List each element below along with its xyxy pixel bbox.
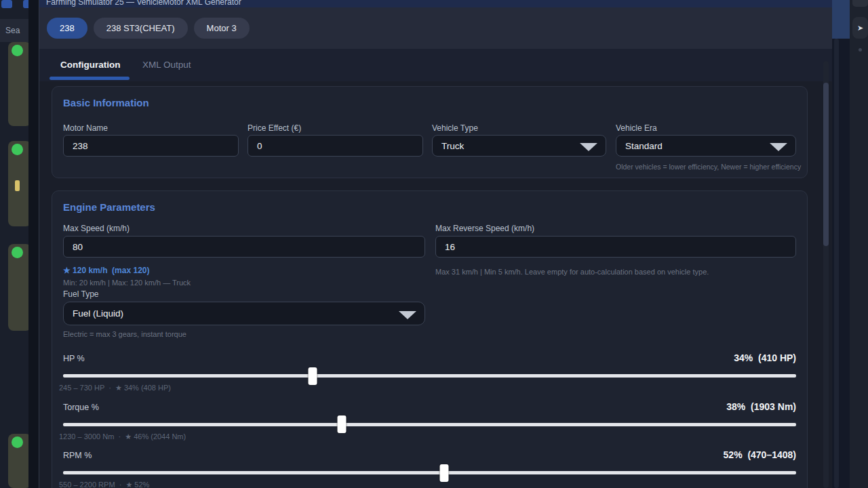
tool-icon	[15, 180, 20, 191]
max-reverse-speed-label: Max Reverse Speed (km/h)	[435, 224, 534, 233]
slider-thumb[interactable]	[440, 464, 449, 482]
vehicle-era-hint: Older vehicles = lower efficiency, Newer…	[616, 163, 801, 171]
modal-titlebar: Farming Simulator 25 — VehicleMotor XML …	[39, 0, 832, 7]
slider-track[interactable]	[63, 471, 796, 474]
desktop-background: Sea ➤ Farming Simulator 25 — VehicleMot	[0, 0, 868, 488]
status-dot-icon	[12, 45, 23, 56]
modal-shadow	[28, 0, 39, 488]
background-list-item[interactable]	[8, 244, 31, 331]
motor-tab-label: 238 ST3(CHEAT)	[106, 23, 175, 33]
page-scrollbar-track	[834, 39, 839, 488]
slider-thumb[interactable]	[337, 415, 346, 433]
vehicle-type-label: Vehicle Type	[432, 123, 478, 133]
chevron-down-icon	[580, 143, 597, 151]
price-effect-input[interactable]	[248, 135, 423, 157]
motor-name-input[interactable]	[63, 135, 239, 157]
motor-tab-238[interactable]: 238	[47, 18, 87, 39]
slider-track[interactable]	[63, 374, 796, 378]
slider-track[interactable]	[63, 423, 796, 426]
background-list-item[interactable]	[8, 434, 31, 488]
fuel-type-select[interactable]: Fuel (Liquid)	[63, 302, 425, 325]
fuel-type-value: Fuel (Liquid)	[73, 308, 123, 319]
motor-tab-label: Motor 3	[207, 23, 237, 33]
motor-tab-label: 238	[60, 23, 75, 33]
background-top-button[interactable]	[852, 0, 868, 7]
slider-note: 550 – 2200 RPM · ★ 52%	[59, 481, 149, 488]
section-heading: Basic Information	[63, 97, 149, 108]
slider-thumb[interactable]	[308, 367, 317, 385]
max-speed-input[interactable]	[63, 236, 425, 258]
motor-name-label: Motor Name	[63, 123, 108, 133]
motor-tab-motor-3[interactable]: Motor 3	[194, 18, 250, 39]
vehicle-era-value: Standard	[625, 141, 663, 151]
search-label: Sea	[5, 26, 20, 35]
sliders: HP % 34% (410 HP) 245 – 730 HP · ★ 34% (…	[63, 354, 796, 488]
vehicle-era-select[interactable]: Standard	[616, 135, 796, 157]
max-speed-label: Max Speed (km/h)	[63, 224, 130, 233]
slider-row: HP % 34% (410 HP) 245 – 730 HP · ★ 34% (…	[63, 354, 796, 403]
vehiclemotor-generator-modal: Farming Simulator 25 — VehicleMotor XML …	[39, 0, 832, 488]
basic-information-section: Basic Information Motor Name Price Effec…	[52, 86, 808, 178]
vehicle-type-value: Truck	[441, 141, 464, 151]
chevron-down-icon	[399, 311, 416, 319]
indicator-dot-icon	[859, 48, 862, 52]
background-chip	[1, 0, 12, 8]
active-tab-underline	[50, 77, 130, 80]
fuel-type-label: Fuel Type	[63, 289, 98, 299]
vehicle-type-select[interactable]: Truck	[432, 135, 606, 157]
background-list-item[interactable]	[8, 42, 31, 126]
slider-value: 52% (470–1408)	[724, 449, 796, 460]
slider-value: 34% (410 HP)	[734, 352, 796, 363]
max-reverse-speed-input[interactable]	[435, 236, 796, 258]
status-dot-icon	[12, 436, 23, 448]
chevron-down-icon	[770, 143, 787, 151]
price-effect-label: Price Effect (€)	[248, 123, 301, 133]
slider-note: 1230 – 3000 Nm · ★ 46% (2044 Nm)	[59, 432, 186, 441]
slider-label: Torque %	[63, 403, 99, 412]
slider-value: 38% (1903 Nm)	[726, 401, 796, 412]
page-scrollbar[interactable]	[832, 0, 850, 488]
motor-tab-238-st3-cheat[interactable]: 238 ST3(CHEAT)	[94, 18, 188, 39]
modal-scrollbar-thumb[interactable]	[823, 83, 829, 246]
fuel-type-hint: Electric = max 3 gears, instant torque	[63, 330, 186, 338]
modal-title: Farming Simulator 25 — VehicleMotor XML …	[46, 0, 832, 7]
send-button[interactable]: ➤	[852, 17, 868, 39]
slider-row: Torque % 38% (1903 Nm) 1230 – 3000 Nm · …	[63, 403, 796, 451]
slider-label: RPM %	[63, 451, 92, 460]
tab-xml-output[interactable]: XML Output	[142, 60, 191, 70]
motor-tab-bar: 238 238 ST3(CHEAT) Motor 3	[39, 7, 832, 49]
status-dot-icon	[12, 144, 23, 155]
tab-configuration[interactable]: Configuration	[60, 60, 120, 70]
max-speed-range-hint: Min: 20 km/h | Max: 120 km/h — Truck	[63, 279, 191, 287]
background-list-item[interactable]	[8, 141, 31, 226]
slider-label: HP %	[63, 354, 85, 363]
engine-parameters-section: Engine Parameters Max Speed (km/h) Max R…	[52, 190, 808, 488]
configuration-panel: Basic Information Motor Name Price Effec…	[39, 81, 832, 488]
status-dot-icon	[12, 247, 23, 258]
slider-note: 245 – 730 HP · ★ 34% (408 HP)	[59, 384, 171, 392]
page-scrollbar-thumb[interactable]	[832, 0, 850, 39]
paper-plane-icon: ➤	[857, 24, 863, 33]
background-right-panel: ➤	[850, 0, 868, 488]
max-speed-recommended-note: ★ 120 km/h (max 120)	[63, 266, 150, 275]
view-tab-bar: Configuration XML Output	[39, 49, 832, 81]
max-reverse-speed-hint: Max 31 km/h | Min 5 km/h. Leave empty fo…	[435, 268, 709, 276]
vehicle-era-label: Vehicle Era	[616, 123, 657, 133]
slider-row: RPM % 52% (470–1408) 550 – 2200 RPM · ★ …	[63, 451, 796, 488]
section-heading: Engine Parameters	[63, 201, 155, 213]
